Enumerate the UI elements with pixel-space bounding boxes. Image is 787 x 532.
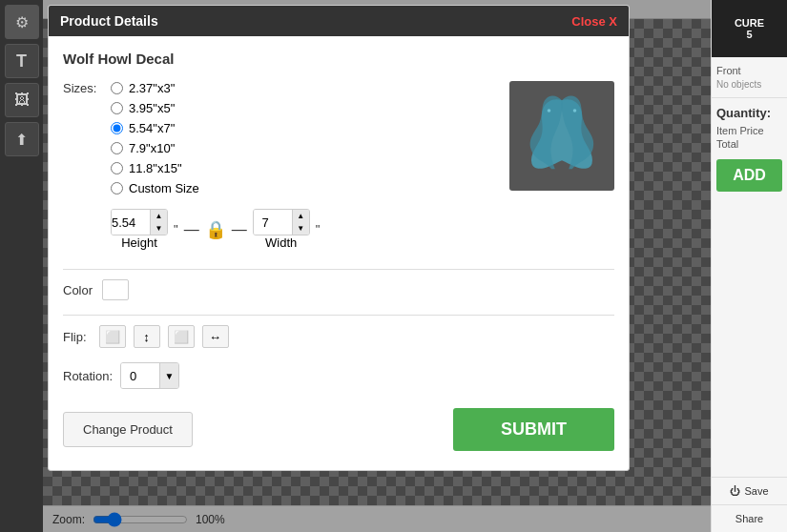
sizes-section: Sizes: 2.37"x3" 3.95"x5" 5.54"x7" <box>63 81 614 250</box>
width-input-group: 7 ▲ ▼ Width <box>253 209 310 250</box>
right-panel-header: CURE 5 <box>712 0 787 57</box>
lock-icon[interactable]: 🔒 <box>205 219 226 240</box>
height-input[interactable]: 5.54 <box>112 210 150 235</box>
size-radio-3[interactable] <box>111 142 123 154</box>
size-radio-2[interactable] <box>111 122 123 134</box>
rotation-dropdown-btn[interactable]: ▼ <box>159 363 178 388</box>
size-option-0[interactable]: 2.37"x3" <box>111 81 199 95</box>
flip-normal-btn[interactable]: ⬜ <box>99 325 126 348</box>
upload-btn[interactable]: ⬆ <box>5 122 39 156</box>
modal-body: Wolf Howl Decal Sizes: 2.37"x3" 3.95"x5" <box>49 36 629 470</box>
text-btn[interactable]: T <box>5 44 39 78</box>
rotation-input-group[interactable]: 0 ▼ <box>120 362 179 389</box>
divider-2 <box>63 315 614 316</box>
dash-2: — <box>232 221 247 238</box>
save-icon: ⏻ <box>730 485 740 497</box>
item-price-label: Item Price <box>716 125 764 136</box>
height-input-group: 5.54 ▲ ▼ Height <box>111 209 168 250</box>
rotation-input[interactable]: 0 <box>121 363 159 388</box>
width-spinners: ▲ ▼ <box>292 210 309 235</box>
color-label: Color <box>63 283 93 297</box>
height-spin[interactable]: 5.54 ▲ ▼ <box>111 209 168 235</box>
size-options: 2.37"x3" 3.95"x5" 5.54"x7" 7.9"x10" <box>111 81 199 201</box>
quantity-label: Quantity: <box>716 106 782 120</box>
close-button[interactable]: Close X <box>571 14 617 29</box>
size-label-1: 3.95"x5" <box>129 101 175 115</box>
flip-section: Flip: ⬜ ↕ ⬜ ↔ <box>63 325 614 348</box>
add-button[interactable]: ADD <box>716 159 782 192</box>
cure-subtitle: 5 <box>746 29 752 40</box>
modal-header: Product Details Close X <box>49 6 629 36</box>
modal-footer: Change Product SUBMIT <box>63 408 614 456</box>
height-inch: " <box>174 222 178 236</box>
save-button[interactable]: ⏻ Save <box>712 477 787 504</box>
right-panel: CURE 5 Front No objects Quantity: Item P… <box>711 0 787 532</box>
product-title: Wolf Howl Decal <box>63 51 614 67</box>
size-option-2[interactable]: 5.54"x7" <box>111 121 199 135</box>
image-btn[interactable]: 🖼 <box>5 83 39 117</box>
size-label-custom: Custom Size <box>129 181 199 195</box>
share-button[interactable]: Share <box>712 504 787 532</box>
product-thumbnail <box>509 81 614 191</box>
rotation-section: Rotation: 0 ▼ <box>63 362 614 389</box>
submit-button[interactable]: SUBMIT <box>453 408 614 451</box>
flip-both-btn[interactable]: ↔ <box>202 325 229 348</box>
size-radio-custom[interactable] <box>111 182 123 194</box>
cure-title: CURE <box>735 17 764 29</box>
color-swatch[interactable] <box>102 279 129 300</box>
dash-1: — <box>184 221 199 238</box>
quantity-section: Quantity: Item Price Total ADD <box>712 98 787 199</box>
modal-overlay: Product Details Close X Wolf Howl Decal … <box>43 0 711 532</box>
width-input[interactable]: 7 <box>254 210 292 235</box>
front-section: Front No objects <box>712 57 787 98</box>
flip-horizontal-btn[interactable]: ⬜ <box>168 325 195 348</box>
width-inch: " <box>316 222 321 236</box>
color-section: Color <box>63 279 614 300</box>
width-down-btn[interactable]: ▼ <box>292 222 309 235</box>
size-option-1[interactable]: 3.95"x5" <box>111 101 199 115</box>
width-up-btn[interactable]: ▲ <box>292 210 309 222</box>
svg-point-2 <box>573 109 577 113</box>
size-radio-4[interactable] <box>111 162 123 174</box>
size-label-2: 5.54"x7" <box>129 121 175 135</box>
height-spinners: ▲ ▼ <box>150 210 167 235</box>
size-radio-0[interactable] <box>111 82 123 94</box>
save-label: Save <box>744 485 768 497</box>
modal-title: Product Details <box>60 13 158 29</box>
wolf-thumbnail-svg <box>519 93 605 179</box>
sizes-label: Sizes: <box>63 81 101 95</box>
share-label: Share <box>735 513 763 524</box>
size-label-0: 2.37"x3" <box>129 81 175 95</box>
size-option-custom[interactable]: Custom Size <box>111 181 199 195</box>
rotation-label: Rotation: <box>63 369 113 383</box>
width-spin[interactable]: 7 ▲ ▼ <box>253 209 310 235</box>
sizes-list: Sizes: 2.37"x3" 3.95"x5" 5.54"x7" <box>63 81 490 250</box>
size-radio-1[interactable] <box>111 102 123 114</box>
flip-vertical-btn[interactable]: ↕ <box>134 325 160 348</box>
size-label-3: 7.9"x10" <box>129 141 175 155</box>
flip-label: Flip: <box>63 330 87 344</box>
width-label: Width <box>265 235 297 250</box>
size-label-4: 11.8"x15" <box>129 161 182 175</box>
settings-btn[interactable]: ⚙ <box>5 5 39 39</box>
height-label: Height <box>121 235 157 250</box>
size-inputs: 5.54 ▲ ▼ Height " — 🔒 — <box>111 209 490 250</box>
left-toolbar: ⚙ T 🖼 ⬆ <box>0 0 43 532</box>
divider-1 <box>63 269 614 270</box>
size-option-3[interactable]: 7.9"x10" <box>111 141 199 155</box>
product-details-modal: Product Details Close X Wolf Howl Decal … <box>48 5 630 471</box>
change-product-button[interactable]: Change Product <box>63 412 193 447</box>
total-label: Total <box>716 138 738 150</box>
height-up-btn[interactable]: ▲ <box>150 210 167 222</box>
size-option-4[interactable]: 11.8"x15" <box>111 161 199 175</box>
height-down-btn[interactable]: ▼ <box>150 222 167 235</box>
no-objects: No objects <box>716 79 782 90</box>
front-label: Front <box>716 65 782 76</box>
svg-point-1 <box>548 109 551 113</box>
